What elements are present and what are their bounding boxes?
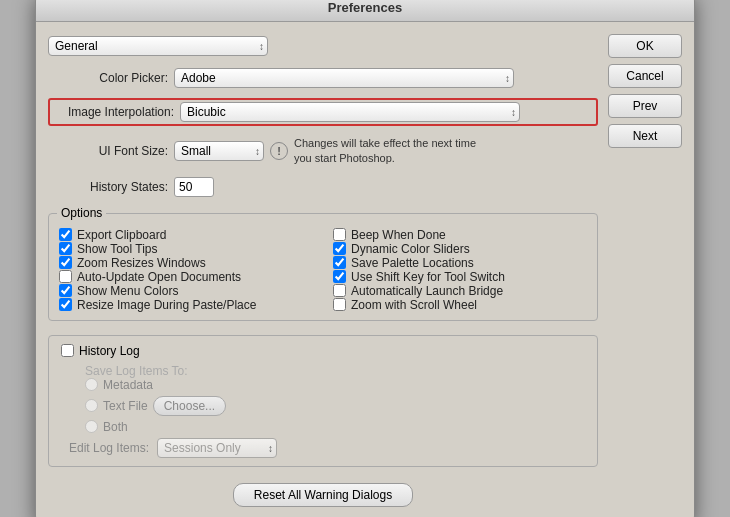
zoom-scroll-wheel-checkbox[interactable] [333, 298, 346, 311]
ui-font-size-dropdown-container: Small ↕ [174, 141, 264, 161]
checkbox-dynamic-color-sliders: Dynamic Color Sliders [333, 242, 587, 256]
checkbox-show-tool-tips: Show Tool Tips [59, 242, 313, 256]
ui-font-size-label: UI Font Size: [48, 144, 168, 158]
checkbox-auto-update: Auto-Update Open Documents [59, 270, 313, 284]
checkbox-col-right: Beep When Done Dynamic Color Sliders Sav… [333, 228, 587, 312]
edit-log-label: Edit Log Items: [69, 441, 149, 455]
color-picker-select[interactable]: Adobe [174, 68, 514, 88]
checkbox-save-palette-locations: Save Palette Locations [333, 256, 587, 270]
options-grid: Export Clipboard Show Tool Tips Zoom Res… [59, 224, 587, 312]
checkbox-use-shift-key: Use Shift Key for Tool Switch [333, 270, 587, 284]
auto-update-open-documents-checkbox[interactable] [59, 270, 72, 283]
zoom-scroll-wheel-label[interactable]: Zoom with Scroll Wheel [351, 298, 477, 312]
checkbox-resize-image: Resize Image During Paste/Place [59, 298, 313, 312]
save-palette-locations-checkbox[interactable] [333, 256, 346, 269]
save-log-label: Save Log Items To: [85, 364, 188, 378]
ui-font-size-row: UI Font Size: Small ↕ ! Changes will tak… [48, 134, 598, 167]
show-menu-colors-label[interactable]: Show Menu Colors [77, 284, 178, 298]
show-tool-tips-checkbox[interactable] [59, 242, 72, 255]
history-states-label: History States: [48, 180, 168, 194]
color-picker-label: Color Picker: [48, 71, 168, 85]
resize-image-checkbox[interactable] [59, 298, 72, 311]
save-log-row: Save Log Items To: Metadata Text File Ch… [61, 364, 585, 434]
edit-log-dropdown-container: Sessions Only ↕ [157, 438, 277, 458]
beep-when-done-label[interactable]: Beep When Done [351, 228, 446, 242]
both-label[interactable]: Both [103, 420, 128, 434]
category-dropdown-container: General ↕ [48, 36, 268, 56]
export-clipboard-label[interactable]: Export Clipboard [77, 228, 166, 242]
checkbox-col-left: Export Clipboard Show Tool Tips Zoom Res… [59, 228, 313, 312]
auto-launch-bridge-label[interactable]: Automatically Launch Bridge [351, 284, 503, 298]
side-buttons: OK Cancel Prev Next [608, 34, 682, 511]
dynamic-color-sliders-checkbox[interactable] [333, 242, 346, 255]
category-row: General ↕ [48, 34, 598, 58]
ui-font-size-select[interactable]: Small [174, 141, 264, 161]
preferences-dialog: Preferences General ↕ Color Picker: Adob… [35, 0, 695, 517]
dynamic-color-sliders-label[interactable]: Dynamic Color Sliders [351, 242, 470, 256]
metadata-label[interactable]: Metadata [103, 378, 153, 392]
info-icon: ! [270, 142, 288, 160]
reset-button[interactable]: Reset All Warning Dialogs [233, 483, 413, 507]
use-shift-key-checkbox[interactable] [333, 270, 346, 283]
radio-both: Both [85, 420, 585, 434]
dialog-title: Preferences [36, 0, 694, 22]
checkbox-zoom-scroll: Zoom with Scroll Wheel [333, 298, 587, 312]
radio-metadata: Metadata [85, 378, 585, 392]
beep-when-done-checkbox[interactable] [333, 228, 346, 241]
category-select[interactable]: General [48, 36, 268, 56]
history-states-row: History States: [48, 175, 598, 199]
image-interpolation-row: Image Interpolation: Bicubic ↕ [48, 98, 598, 126]
resize-image-label[interactable]: Resize Image During Paste/Place [77, 298, 256, 312]
history-log-section: History Log Save Log Items To: Metadata … [48, 335, 598, 467]
image-interpolation-label: Image Interpolation: [54, 105, 174, 119]
export-clipboard-checkbox[interactable] [59, 228, 72, 241]
edit-log-row: Edit Log Items: Sessions Only ↕ [61, 438, 585, 458]
color-picker-dropdown-container: Adobe ↕ [174, 68, 514, 88]
options-group-legend: Options [57, 206, 106, 220]
history-log-checkbox[interactable] [61, 344, 74, 357]
both-radio[interactable] [85, 420, 98, 433]
image-interpolation-select[interactable]: Bicubic [180, 102, 520, 122]
zoom-resizes-windows-label[interactable]: Zoom Resizes Windows [77, 256, 206, 270]
choose-button[interactable]: Choose... [153, 396, 226, 416]
checkbox-export-clipboard: Export Clipboard [59, 228, 313, 242]
ui-font-size-info: Changes will take effect the next time y… [294, 136, 494, 165]
auto-launch-bridge-checkbox[interactable] [333, 284, 346, 297]
history-log-header: History Log [61, 344, 585, 358]
options-group: Options Export Clipboard Show Tool Tips [48, 213, 598, 321]
prev-button[interactable]: Prev [608, 94, 682, 118]
zoom-resizes-windows-checkbox[interactable] [59, 256, 72, 269]
auto-update-open-documents-label[interactable]: Auto-Update Open Documents [77, 270, 241, 284]
radio-text-file: Text File Choose... [85, 396, 585, 416]
save-palette-locations-label[interactable]: Save Palette Locations [351, 256, 474, 270]
edit-log-select[interactable]: Sessions Only [157, 438, 277, 458]
ok-button[interactable]: OK [608, 34, 682, 58]
metadata-radio[interactable] [85, 378, 98, 391]
history-log-label[interactable]: History Log [79, 344, 140, 358]
text-file-radio[interactable] [85, 399, 98, 412]
checkbox-show-menu-colors: Show Menu Colors [59, 284, 313, 298]
next-button[interactable]: Next [608, 124, 682, 148]
use-shift-key-label[interactable]: Use Shift Key for Tool Switch [351, 270, 505, 284]
checkbox-auto-launch-bridge: Automatically Launch Bridge [333, 284, 587, 298]
cancel-button[interactable]: Cancel [608, 64, 682, 88]
main-content: General ↕ Color Picker: Adobe ↕ Image In… [48, 34, 598, 511]
history-states-input[interactable] [174, 177, 214, 197]
show-menu-colors-checkbox[interactable] [59, 284, 72, 297]
color-picker-row: Color Picker: Adobe ↕ [48, 66, 598, 90]
text-file-label[interactable]: Text File [103, 399, 148, 413]
show-tool-tips-label[interactable]: Show Tool Tips [77, 242, 158, 256]
checkbox-zoom-resizes-windows: Zoom Resizes Windows [59, 256, 313, 270]
image-interpolation-dropdown-container: Bicubic ↕ [180, 102, 520, 122]
checkbox-beep-when-done: Beep When Done [333, 228, 587, 242]
